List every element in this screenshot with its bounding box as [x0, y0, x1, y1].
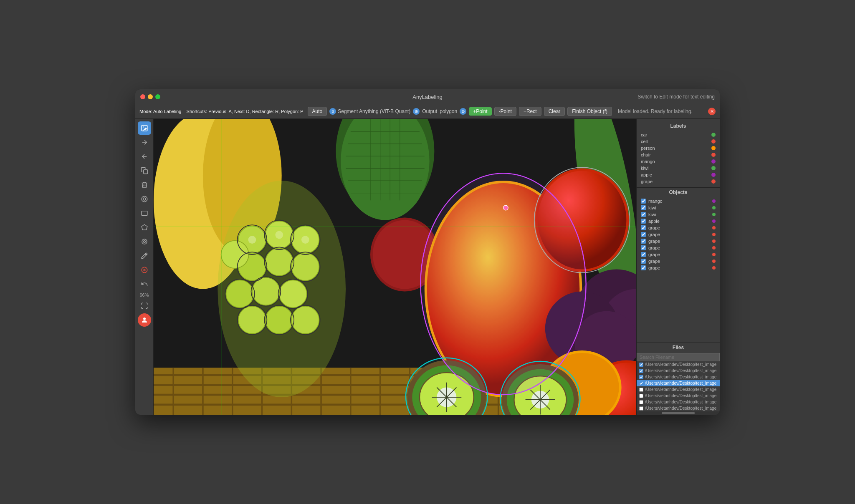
close-toolbar-button[interactable]: ✕ [708, 108, 716, 115]
svg-point-3 [142, 196, 147, 202]
sidebar-rect-icon[interactable] [138, 207, 151, 220]
object-checkbox[interactable] [641, 239, 646, 244]
file-search-input[interactable] [637, 353, 720, 361]
object-checkbox[interactable] [641, 259, 646, 264]
file-checkbox[interactable] [639, 369, 643, 373]
file-item[interactable]: /Users/vietanhdev/Desktop/test_image [637, 405, 720, 411]
sidebar-cancel-icon[interactable] [138, 263, 151, 277]
clear-button[interactable]: Clear [544, 107, 565, 116]
object-name: grape [648, 225, 660, 230]
sidebar-undo-icon[interactable] [138, 277, 151, 291]
file-checkbox[interactable] [639, 381, 643, 386]
close-button[interactable] [140, 94, 145, 99]
file-item[interactable]: /Users/vietanhdev/Desktop/test_image [637, 399, 720, 405]
object-checkbox[interactable] [641, 265, 646, 270]
file-item[interactable]: /Users/vietanhdev/Desktop/test_image [637, 393, 720, 399]
maximize-button[interactable] [155, 94, 160, 99]
object-item: grape [637, 244, 720, 251]
file-item[interactable]: /Users/vietanhdev/Desktop/test_image [637, 380, 720, 386]
file-checkbox[interactable] [639, 394, 643, 398]
label-item[interactable]: chair [637, 151, 720, 158]
file-checkbox[interactable] [639, 375, 643, 379]
label-item[interactable]: cell [637, 138, 720, 145]
sidebar-polygon-icon[interactable] [138, 221, 151, 234]
label-name: car [641, 132, 647, 137]
files-section: Files /Users/vietanhdev/Desktop/test_ima… [637, 343, 720, 415]
object-color-dot [712, 266, 716, 270]
sidebar-image-icon[interactable] [138, 121, 151, 135]
object-checkbox[interactable] [641, 245, 646, 250]
svg-rect-5 [142, 211, 147, 216]
file-path: /Users/vietanhdev/Desktop/test_image [645, 375, 717, 379]
object-checkbox[interactable] [641, 225, 646, 230]
svg-point-54 [266, 248, 293, 276]
file-checkbox[interactable] [639, 400, 643, 404]
object-color-dot [712, 233, 716, 236]
auto-button[interactable]: Auto [308, 107, 327, 116]
label-color-dot [711, 139, 716, 144]
objects-section[interactable]: Objects mango kiwi kiwi apple grape grap… [637, 188, 720, 343]
minus-point-button[interactable]: -Point [494, 107, 516, 116]
svg-rect-2 [143, 170, 147, 174]
output-settings-icon[interactable]: ⚙ [460, 108, 466, 115]
label-color-dot [711, 166, 716, 170]
label-color-dot [711, 146, 716, 150]
sidebar-ellipse-icon[interactable] [138, 192, 151, 206]
canvas-svg[interactable] [154, 119, 636, 415]
object-item: grape [637, 251, 720, 258]
model-name: Segment Anything (ViT-B Quant) [338, 108, 410, 114]
scrollbar[interactable] [637, 411, 720, 415]
sidebar-copy-icon[interactable] [138, 164, 151, 177]
label-item[interactable]: apple [637, 171, 720, 178]
svg-point-1 [143, 126, 144, 127]
finish-object-button[interactable]: Finish Object (f) [567, 107, 612, 116]
file-item[interactable]: /Users/vietanhdev/Desktop/test_image [637, 386, 720, 393]
label-item[interactable]: mango [637, 158, 720, 165]
object-name: grape [648, 265, 660, 270]
object-checkbox[interactable] [641, 199, 646, 204]
sidebar-point-icon[interactable] [138, 235, 151, 248]
object-color-dot [712, 253, 716, 256]
svg-point-65 [275, 231, 283, 239]
file-checkbox[interactable] [639, 406, 643, 411]
plus-rect-button[interactable]: +Rect [519, 107, 541, 116]
file-checkbox[interactable] [639, 363, 643, 367]
sidebar-fit-icon[interactable] [138, 299, 151, 312]
titlebar: AnyLabeling Switch to Edit mode for text… [135, 89, 720, 104]
svg-point-105 [534, 167, 630, 272]
scrollbar-thumb[interactable] [662, 412, 695, 414]
object-checkbox[interactable] [641, 232, 646, 237]
file-item[interactable]: /Users/vietanhdev/Desktop/test_image [637, 368, 720, 374]
svg-point-62 [291, 306, 319, 334]
sidebar-avatar-icon[interactable] [138, 313, 151, 327]
switch-edit-button[interactable]: Switch to Edit mode for text editing [637, 94, 715, 100]
minimize-button[interactable] [148, 94, 153, 99]
canvas-area[interactable] [154, 119, 636, 415]
object-checkbox[interactable] [641, 205, 646, 210]
label-item[interactable]: grape [637, 178, 720, 185]
sidebar-forward-icon[interactable] [138, 136, 151, 149]
left-sidebar: 66% [135, 119, 154, 415]
object-color-dot [712, 239, 716, 243]
label-name: person [641, 146, 655, 151]
object-checkbox[interactable] [641, 212, 646, 217]
sidebar-delete-icon[interactable] [138, 178, 151, 192]
plus-point-button[interactable]: +Point [469, 107, 491, 116]
label-item[interactable]: car [637, 131, 720, 138]
file-item[interactable]: /Users/vietanhdev/Desktop/test_image [637, 361, 720, 368]
object-checkbox[interactable] [641, 219, 646, 224]
label-item[interactable]: person [637, 145, 720, 151]
sidebar-back-icon[interactable] [138, 150, 151, 163]
object-checkbox[interactable] [641, 252, 646, 257]
app-window: AnyLabeling Switch to Edit mode for text… [135, 89, 720, 415]
label-name: grape [641, 179, 653, 184]
file-item[interactable]: /Users/vietanhdev/Desktop/test_image [637, 374, 720, 380]
mode-value: Auto Labeling [153, 109, 181, 114]
model-settings-icon[interactable]: ⚙ [413, 108, 420, 115]
model-selector[interactable]: S Segment Anything (ViT-B Quant) [329, 108, 410, 115]
sidebar-brush-icon[interactable] [138, 249, 151, 262]
label-color-dot [711, 173, 716, 177]
file-checkbox[interactable] [639, 388, 643, 392]
label-item[interactable]: kiwi [637, 165, 720, 171]
files-title: Files [637, 343, 720, 353]
